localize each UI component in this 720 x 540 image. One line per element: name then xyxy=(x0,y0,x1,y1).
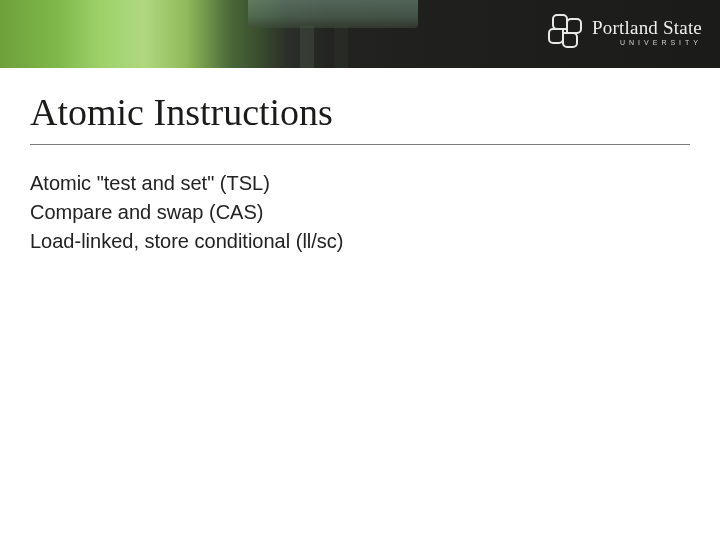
brand-name: Portland State xyxy=(592,18,702,37)
brand-text: Portland State UNIVERSITY xyxy=(592,18,702,46)
interlock-icon xyxy=(548,14,584,50)
title-divider xyxy=(30,144,690,145)
slide-content: Atomic Instructions Atomic "test and set… xyxy=(0,68,720,256)
slide-title: Atomic Instructions xyxy=(30,90,690,134)
brand-logo: Portland State UNIVERSITY xyxy=(548,14,702,50)
bullet-list: Atomic "test and set" (TSL) Compare and … xyxy=(30,169,690,256)
list-item: Compare and swap (CAS) xyxy=(30,198,690,227)
list-item: Load-linked, store conditional (ll/sc) xyxy=(30,227,690,256)
list-item: Atomic "test and set" (TSL) xyxy=(30,169,690,198)
brand-subline: UNIVERSITY xyxy=(592,39,702,46)
header-banner: Portland State UNIVERSITY xyxy=(0,0,720,68)
slide: Portland State UNIVERSITY Atomic Instruc… xyxy=(0,0,720,540)
